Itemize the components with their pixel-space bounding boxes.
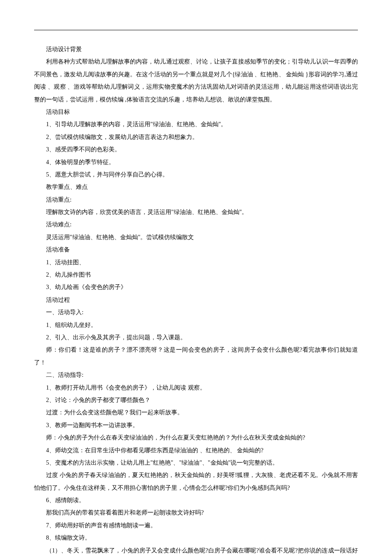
text-line: 5、愿意大胆尝试，并与同伴分享自己的心得。 [34,168,358,181]
text-line: 活动准备 [34,243,358,256]
text-line: 利用各种方式帮助幼儿理解故事的内容，幼儿通过观察、讨论，让孩子直接感知季节的变化… [34,55,358,106]
text-line: （1）、冬天，雪花飘来了，小兔的房子又会变成什么颜色呢?白房子会藏在哪呢?谁会看… [34,544,358,555]
text-line: 6、感情朗读。 [34,494,358,506]
text-line: 师：你们看！这是谁的房子？漂不漂亮呀？这是一间会变色的房子，这间房子会变什么颜色… [34,344,358,369]
text-line: 活动难点: [34,218,358,231]
text-line: 3、感受四季不同的色彩美。 [34,143,358,156]
text-line: 过度 小兔的房子春天绿油油的，夏天红艳艳的，秋天金灿灿的，好美呀!狐狸，大灰狼、… [34,469,358,494]
text-line: 1、引导幼儿理解故事的内容，灵活运用"绿油油、红艳艳、金灿灿"。 [34,118,358,130]
text-line: 灵活运用"绿油油、红艳艳、金灿灿"。尝试模仿续编散文 [34,231,358,243]
text-line: 理解散文诗的内容，欣赏优美的语言，灵活运用"绿油油、红艳艳、金灿灿"。 [34,206,358,218]
text-line: 1、教师打开幼儿用书《会变色的房子》，让幼儿阅读 观察。 [34,382,358,394]
document-body: 活动设计背景 利用各种方式帮助幼儿理解故事的内容，幼儿通过观察、讨论，让孩子直接… [34,43,358,555]
text-line: 1、组织幼儿坐好。 [34,319,358,331]
text-line: 师：小兔的房子为什么在春天变绿油油的，为什么在夏天变红艳艳的？为什么在秋天变成金… [34,431,358,444]
text-line: 3、教师一边翻阅书本一边讲故事。 [34,419,358,431]
text-line: 活动重点: [34,194,358,206]
text-line: 那我们高兴的带着笑容看着图片和老师一起朗读散文诗好吗? [34,506,358,519]
text-line: 过渡：为什么会变这些颜色呢？我们一起来听故事。 [34,406,358,419]
text-line: 活动目标 [34,106,358,118]
text-line: 7、师幼用好听的声音有感情地朗读一遍。 [34,519,358,532]
text-line: 活动设计背景 [34,43,358,55]
text-line: 一、活动导入: [34,306,358,318]
text-line: 3、幼儿绘画《会变色的房子》 [34,281,358,293]
text-line: 教学重点、难点 [34,181,358,193]
text-line: 4、师幼交流：在日常生活中你都看见哪些东西是绿油油的 、红艳艳的、 金灿灿的? [34,444,358,457]
text-line: 1、活动挂图、 [34,256,358,269]
text-line: 4、体验明显的季节特征。 [34,156,358,168]
text-line: 5、变魔术的方法出示实物，让幼儿用上"红艳艳"、"绿油油"、"金灿灿"说一句完整… [34,457,358,469]
text-line: 二、活动指导: [34,369,358,381]
text-line: 2、引入、出示小兔及其房子，提出问题，导入课题。 [34,331,358,344]
text-line: 2、尝试模仿续编散文，发展幼儿的语言表达力和想象力。 [34,131,358,143]
text-line: 8、续编散文诗。 [34,532,358,544]
text-line: 2、幼儿操作图书 [34,269,358,281]
top-divider [34,30,358,30]
text-line: 2、讨论：小兔的房子都变了哪些颜色？ [34,394,358,406]
text-line: 活动过程 [34,294,358,306]
